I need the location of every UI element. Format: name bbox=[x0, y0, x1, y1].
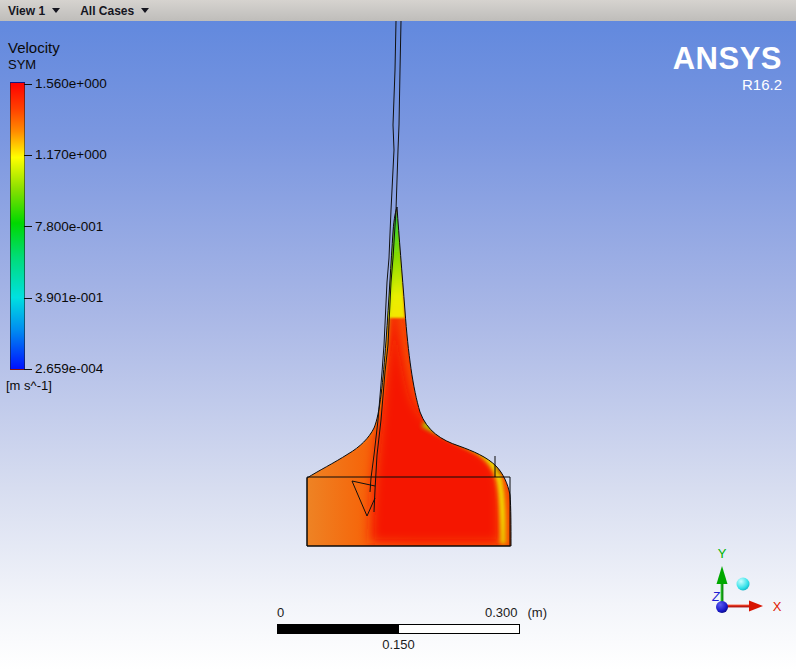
legend-tick bbox=[24, 369, 32, 370]
chevron-down-icon bbox=[52, 8, 60, 13]
x-axis-label: X bbox=[773, 599, 782, 614]
view-selector-label: View 1 bbox=[8, 4, 45, 18]
viewer-toolbar: View 1 All Cases bbox=[0, 0, 796, 21]
y-axis-arrowhead bbox=[717, 566, 728, 584]
legend-tick-label: 7.800e-001 bbox=[35, 219, 103, 234]
ansys-version: R16.2 bbox=[673, 77, 782, 92]
contour-dark-spot bbox=[497, 458, 504, 474]
velocity-contour-scene bbox=[0, 21, 796, 670]
legend-subtitle: SYM bbox=[8, 57, 36, 72]
viewport-3d[interactable]: Velocity SYM 1.560e+000 1.170e+000 7.800… bbox=[0, 21, 796, 670]
legend-tick bbox=[24, 298, 32, 299]
scale-ruler: 0 0.300(m) 0.150 bbox=[277, 605, 520, 652]
legend-tick-label: 3.901e-001 bbox=[35, 290, 103, 305]
chevron-down-icon bbox=[141, 8, 149, 13]
case-selector-label: All Cases bbox=[80, 4, 134, 18]
ruler-label-unit: (m) bbox=[528, 605, 548, 620]
legend-tick-label: 1.170e+000 bbox=[35, 147, 107, 162]
x-axis-shaft bbox=[726, 605, 749, 608]
ruler-label-mid: 0.150 bbox=[277, 637, 520, 652]
legend-tick bbox=[24, 84, 32, 85]
y-axis-label: Y bbox=[718, 546, 727, 561]
ruler-bar bbox=[277, 624, 520, 634]
legend-tick-label: 1.560e+000 bbox=[35, 76, 107, 91]
legend-colorbar bbox=[10, 82, 25, 370]
legend-unit: [m s^-1] bbox=[6, 378, 52, 393]
coordinate-triad: Y X Z bbox=[690, 540, 790, 622]
z-axis-label: Z bbox=[711, 590, 720, 604]
legend-title: Velocity bbox=[8, 39, 60, 56]
ruler-label-max: 0.300 bbox=[485, 605, 518, 620]
view-selector[interactable]: View 1 bbox=[8, 0, 60, 21]
ruler-label-zero: 0 bbox=[277, 605, 284, 620]
x-axis-arrowhead bbox=[749, 601, 763, 612]
case-selector[interactable]: All Cases bbox=[80, 0, 149, 21]
legend-tick bbox=[24, 155, 32, 156]
legend-tick bbox=[24, 226, 32, 227]
legend-tick-label: 2.659e-004 bbox=[35, 361, 103, 376]
ruler-bar-black-half bbox=[278, 625, 399, 633]
contour-red-core bbox=[371, 295, 500, 543]
ansys-cfd-post-window: View 1 All Cases bbox=[0, 0, 796, 670]
contour-plume-fill bbox=[307, 207, 511, 546]
ansys-logo: ANSYS R16.2 bbox=[673, 43, 782, 92]
ansys-logo-text: ANSYS bbox=[673, 43, 782, 74]
iso-view-sphere[interactable] bbox=[737, 578, 750, 591]
